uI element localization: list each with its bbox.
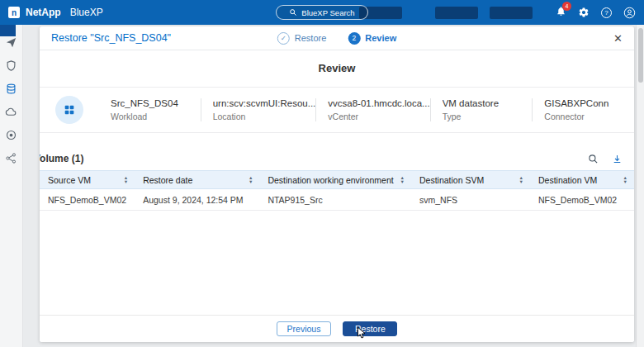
restore-modal: Restore "Src_NFS_DS04" ✓ Restore 2 Revie… [40, 26, 634, 342]
summary-label: Workload [111, 112, 201, 121]
gear-icon[interactable] [578, 7, 590, 18]
step-number: 2 [348, 32, 360, 45]
search-label: BlueXP Search [301, 8, 354, 17]
summary-value: VM datastore [443, 98, 533, 108]
cell-destination-working-environment: NTAP915_Src [268, 195, 322, 205]
volume-table: Source VM Restore date Destination worki… [40, 170, 634, 211]
cell-destination-vm: NFS_DemoB_VM02 [538, 195, 617, 205]
summary-card: Src_NFS_DS04 Workload urn:scv:scvmUI:Res… [40, 87, 634, 133]
step-review[interactable]: 2 Review [348, 32, 396, 45]
volume-count-label: Volume (1) [40, 153, 83, 164]
brand-area: n NetApp BlueXP [0, 7, 103, 18]
column-header-destination-svm: Destination SVM [411, 175, 530, 185]
column-header-destination-vm: Destination VM [530, 175, 634, 185]
redacted-menu-2[interactable] [435, 7, 478, 19]
sort-icon[interactable] [249, 176, 253, 183]
left-nav [0, 25, 23, 347]
shield-icon[interactable] [5, 59, 17, 72]
user-icon[interactable] [623, 7, 636, 19]
volume-header-row: Volume (1) [40, 153, 634, 164]
share-icon[interactable] [5, 152, 17, 164]
storage-icon[interactable] [5, 83, 17, 95]
workspace-strip [0, 25, 16, 36]
column-header-destination-working-environment: Destination working environment [259, 175, 411, 185]
download-icon[interactable] [612, 154, 623, 164]
check-icon: ✓ [277, 32, 290, 45]
canvas-icon[interactable] [5, 36, 17, 49]
cell-source-vm: NFS_DemoB_VM02 [48, 195, 126, 205]
sort-icon[interactable] [623, 176, 627, 183]
header-actions: 4 ? [359, 5, 644, 20]
summary-icon-wrap [40, 96, 99, 124]
summary-label: Type [443, 112, 533, 121]
summary-col-workload: Src_NFS_DS04 Workload [99, 98, 201, 121]
summary-col-connector: GISABXPConn Connector [532, 98, 634, 121]
sync-icon[interactable] [5, 106, 17, 118]
close-icon[interactable]: ✕ [613, 33, 623, 44]
scrollbar-thumb[interactable] [638, 28, 643, 83]
summary-value: vvcsa8-01.hmcdc.loca... [328, 98, 429, 108]
modal-footer: Previous Restore [40, 315, 634, 342]
table-search-icon[interactable] [588, 154, 599, 164]
summary-label: Connector [544, 112, 634, 121]
brand-name: NetApp [26, 7, 61, 18]
sort-icon[interactable] [519, 176, 523, 183]
summary-label: vCenter [328, 112, 429, 121]
summary-label: Location [213, 112, 316, 121]
help-icon[interactable]: ? [601, 7, 612, 18]
step-label: Review [365, 33, 396, 43]
notifications-button[interactable]: 4 [556, 5, 566, 20]
summary-col-vcenter: vvcsa8-01.hmcdc.loca... vCenter [315, 98, 429, 121]
summary-value: urn:scv:scvmUI:Resou... [213, 98, 316, 108]
workload-grid-icon [55, 96, 83, 124]
modal-titlebar: Restore "Src_NFS_DS04" ✓ Restore 2 Revie… [40, 26, 634, 50]
summary-col-location: urn:scv:scvmUI:Resou... Location [201, 98, 316, 121]
restore-button[interactable]: Restore [343, 321, 397, 336]
column-header-restore-date: Restore date [135, 175, 259, 185]
page: n NetApp BlueXP BlueXP Search 4 ? [0, 0, 644, 347]
cell-destination-svm: svm_NFS [419, 195, 457, 205]
summary-col-type: VM datastore Type [430, 98, 533, 121]
cell-restore-date: August 9, 2024, 12:54 PM [143, 195, 243, 205]
table-header-row: Source VM Restore date Destination worki… [40, 170, 634, 189]
scrollbar-track[interactable] [636, 25, 644, 347]
redacted-menu-3[interactable] [490, 7, 533, 19]
sort-icon[interactable] [124, 176, 128, 183]
summary-value: GISABXPConn [544, 98, 634, 108]
summary-value: Src_NFS_DS04 [111, 98, 201, 108]
modal-title: Restore "Src_NFS_DS04" [51, 32, 171, 44]
top-header: n NetApp BlueXP BlueXP Search 4 ? [0, 0, 644, 25]
product-name: BlueXP [70, 7, 103, 18]
step-restore[interactable]: ✓ Restore [277, 32, 327, 45]
netapp-logo-icon: n [8, 7, 20, 18]
table-actions [588, 154, 623, 164]
notification-badge: 4 [562, 2, 571, 11]
sort-icon[interactable] [400, 176, 405, 183]
health-icon[interactable] [5, 129, 17, 141]
table-row[interactable]: NFS_DemoB_VM02 August 9, 2024, 12:54 PM … [40, 189, 634, 211]
previous-button[interactable]: Previous [277, 321, 332, 336]
search-icon [289, 8, 297, 17]
bluexp-search-button[interactable]: BlueXP Search [276, 5, 368, 20]
stepper: ✓ Restore 2 Review [277, 26, 396, 50]
review-heading: Review [40, 50, 634, 74]
step-label: Restore [295, 33, 327, 43]
column-header-source-vm: Source VM [40, 175, 135, 185]
